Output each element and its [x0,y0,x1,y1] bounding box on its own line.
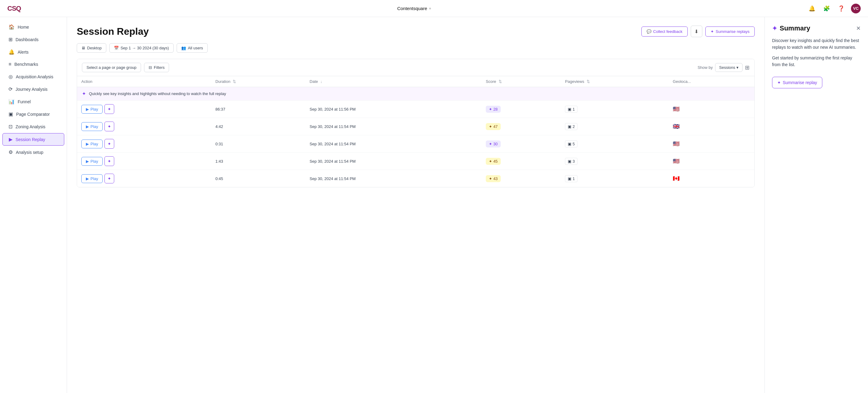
insight-banner: ✦ Quickly see key insights and highlight… [77,87,754,100]
sparkle-insight-icon: ✦ [82,91,86,97]
table-row: ▶ Play ✦ 86:37Sep 30, 2024 at 11:56 PM✦ … [77,100,754,118]
score-cell: ✦ 47 [482,118,561,135]
play-label: Play [90,176,98,181]
ai-summarise-button[interactable]: ✦ [104,122,114,131]
score-badge: ✦ 45 [486,158,501,165]
ai-sparkle-icon: ✦ [107,159,111,163]
topnav-brand: Contentsquare [397,6,427,11]
ai-sparkle-icon: ✦ [107,124,111,129]
ai-summarise-button[interactable]: ✦ [104,156,114,166]
action-cell: ▶ Play ✦ [77,118,211,135]
table-header-row: Action Duration ⇅ Date ↓ Score ⇅ [77,76,754,87]
summarise-replay-button[interactable]: ✦ Summarise replay [772,77,822,88]
table-row: ▶ Play ✦ 0:45Sep 30, 2024 at 11:54 PM✦ 4… [77,170,754,187]
play-button[interactable]: ▶ Play [81,122,103,131]
extensions-button[interactable]: 🧩 [822,4,832,13]
select-page-button[interactable]: Select a page or page group [82,63,141,72]
flag-cell: 🇺🇸 [669,135,754,153]
flag-cell: 🇬🇧 [669,118,754,135]
summary-desc-1: Discover key insights and quickly find t… [772,37,861,51]
download-button[interactable]: ⬇ [691,26,702,37]
summarise-replay-sparkle-icon: ✦ [777,80,781,85]
logo[interactable]: CSQ [7,5,21,12]
date-cell: Sep 30, 2024 at 11:54 PM [306,135,482,153]
duration-cell: 4:42 [211,118,305,135]
help-button[interactable]: ❓ [836,4,846,13]
action-cell: ▶ Play ✦ [77,153,211,170]
collect-feedback-button[interactable]: 💬 Collect feedback [642,27,688,36]
duration-cell: 0:31 [211,135,305,153]
date-cell: Sep 30, 2024 at 11:54 PM [306,170,482,187]
pageviews-cell: ▣ 3 [561,153,669,170]
table-row: ▶ Play ✦ 1:43Sep 30, 2024 at 11:54 PM✦ 4… [77,153,754,170]
flag-cell: 🇺🇸 [669,153,754,170]
topnav-center: Contentsquare [21,6,807,11]
ai-summarise-button[interactable]: ✦ [104,139,114,149]
show-by-select[interactable]: Sessions ▾ [715,63,743,72]
sidebar-item-label: Benchmarks [14,62,38,67]
pageviews-cell: ▣ 2 [561,118,669,135]
sidebar-item-alerts[interactable]: 🔔 Alerts [2,46,64,58]
flag-cell: 🇨🇦 [669,170,754,187]
summary-close-button[interactable]: ✕ [856,25,861,32]
play-label: Play [90,107,98,112]
avatar[interactable]: VC [851,4,861,13]
date-cell: Sep 30, 2024 at 11:54 PM [306,118,482,135]
summary-description: Discover key insights and quickly find t… [772,37,861,72]
score-cell: ✦ 45 [482,153,561,170]
show-by-value: Sessions [719,65,735,70]
sidebar-item-benchmarks[interactable]: ≡ Benchmarks [2,59,64,70]
sidebar-item-dashboards[interactable]: ⊞ Dashboards [2,33,64,46]
topnav: CSQ Contentsquare 🔔 🧩 ❓ VC [0,0,868,17]
play-icon: ▶ [86,124,89,129]
audience-filter-button[interactable]: 👥 All users [177,43,208,53]
ai-sparkle-icon: ✦ [107,176,111,181]
ai-summarise-button[interactable]: ✦ [104,174,114,183]
play-button[interactable]: ▶ Play [81,174,103,183]
main-content: Session Replay 💬 Collect feedback ⬇ ✦ Su… [67,17,765,393]
col-duration: Duration ⇅ [211,76,305,87]
toolbar-right: Show by Sessions ▾ ⊞ [698,63,749,72]
sidebar-item-label: Session Replay [16,137,45,142]
play-button[interactable]: ▶ Play [81,157,103,166]
date-range-filter-button[interactable]: 📅 Sep 1 → 30 2024 (30 days) [109,43,174,53]
collect-feedback-label: Collect feedback [653,29,683,34]
sidebar-item-label: Analysis setup [16,150,43,155]
duration-cell: 0:45 [211,170,305,187]
sidebar-item-journey-analysis[interactable]: ⟳ Journey Analysis [2,83,64,95]
sidebar-item-acquisition-analysis[interactable]: ◎ Acquisition Analysis [2,71,64,83]
sidebar-item-label: Alerts [18,50,29,55]
summarise-replays-button[interactable]: ✦ Summarise replays [705,27,755,36]
action-cell-inner: ▶ Play ✦ [81,139,207,149]
device-filter-label: Desktop [87,46,102,50]
score-badge: ✦ 30 [486,141,501,147]
sidebar-item-page-comparator[interactable]: ▣ Page Comparator [2,108,64,120]
sidebar-item-funnel[interactable]: 📊 Funnel [2,96,64,108]
sidebar-item-label: Page Comparator [16,112,50,117]
dashboards-icon: ⊞ [8,36,12,42]
device-filter-button[interactable]: 🖥 Desktop [77,43,106,53]
summary-title-text: Summary [780,24,810,32]
country-flag: 🇺🇸 [673,158,680,164]
play-button[interactable]: ▶ Play [81,105,103,114]
action-cell-inner: ▶ Play ✦ [81,174,207,183]
analysis-setup-icon: ⚙ [8,149,13,155]
sidebar-item-session-replay[interactable]: ▶ Session Replay [2,133,64,146]
country-flag: 🇨🇦 [673,176,680,182]
sidebar-item-home[interactable]: 🏠 Home [2,21,64,33]
score-badge: ✦ 43 [486,175,501,182]
date-cell: Sep 30, 2024 at 11:56 PM [306,100,482,118]
play-button[interactable]: ▶ Play [81,140,103,148]
grid-view-icon[interactable]: ⊞ [745,64,749,71]
ai-summarise-button[interactable]: ✦ [104,104,114,114]
notifications-button[interactable]: 🔔 [807,4,817,13]
sidebar-item-analysis-setup[interactable]: ⚙ Analysis setup [2,146,64,158]
filters-button[interactable]: ⊟ Filters [144,63,169,72]
score-cell: ✦ 30 [482,135,561,153]
action-cell: ▶ Play ✦ [77,135,211,153]
col-pageviews: Pageviews ⇅ [561,76,669,87]
ai-sparkle-icon: ✦ [107,107,111,112]
sidebar-item-zoning-analysis[interactable]: ⊡ Zoning Analysis [2,121,64,132]
country-flag: 🇺🇸 [673,106,680,112]
action-cell-inner: ▶ Play ✦ [81,156,207,166]
